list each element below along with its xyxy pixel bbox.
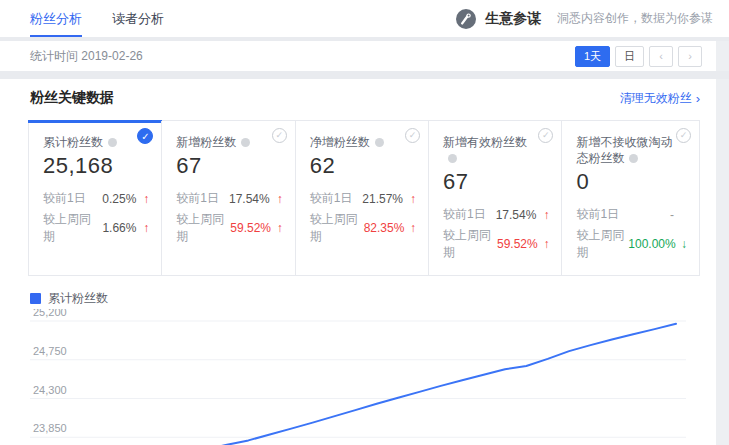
card-net-new-fans[interactable]: ✓ 净增粉丝数 62 较前1日 21.57% ↑ 较上周同期 82.35% ↑ [295,121,428,275]
legend-swatch-icon [30,293,41,304]
trend-up-icon: ↑ [136,221,149,235]
trend-label: 较上周同期 [176,211,230,245]
card-title: 新增有效粉丝数 [443,135,527,149]
clean-invalid-fans-link[interactable]: 清理无效粉丝 › [620,90,700,107]
card-value: 25,168 [43,153,149,179]
trend-value: 82.35% [364,221,405,235]
card-new-fans[interactable]: ✓ 新增粉丝数 67 较前1日 17.54% ↑ 较上周同期 59.52% ↑ [161,121,294,275]
tab-fan-analysis[interactable]: 粉丝分析 [30,0,82,37]
stat-time-toolbar: 统计时间 2019-02-26 1天 日 ‹ › [0,41,716,71]
trend-row: 较前1日 17.54% ↑ [176,190,282,207]
check-circle-icon[interactable]: ✓ [538,128,553,143]
trend-down-icon: ↓ [676,237,687,251]
trend-up-icon: ↑ [536,208,549,222]
top-nav-bar: 粉丝分析 读者分析 生意参谋 洞悉内容创作，数据为你参谋 [0,0,729,37]
svg-text:25,200: 25,200 [33,309,67,318]
trend-value: 59.52% [230,221,271,235]
trend-label: 较前1日 [443,206,486,223]
trend-label: 较前1日 [310,190,353,207]
card-value: 0 [576,169,687,195]
nav-tabs: 粉丝分析 读者分析 [30,0,164,37]
trend-value: 17.54% [496,208,537,222]
date-controls: 1天 日 ‹ › [575,46,702,67]
card-title: 累计粉丝数 [43,135,103,149]
separator [0,71,729,79]
prev-day-button[interactable]: ‹ [649,46,673,67]
fan-key-data-panel: 粉丝关键数据 清理无效粉丝 › ✓ 累计粉丝数 25,168 较前1日 0.25… [0,79,716,445]
trend-row: 较上周同期 59.52% ↑ [176,211,282,245]
trend-value: 0.25% [102,192,136,206]
trend-up-icon: ↑ [270,192,283,206]
card-value: 67 [443,169,549,195]
trend-row: 较前1日 17.54% ↑ [443,206,549,223]
trend-value: 17.54% [229,192,270,206]
check-circle-icon[interactable]: ✓ [676,128,691,143]
trend-value: - [670,208,674,222]
stat-time-text: 统计时间 2019-02-26 [30,48,143,65]
info-dot-icon[interactable] [448,154,457,163]
card-title: 净增粉丝数 [310,135,370,149]
info-dot-icon[interactable] [375,138,384,147]
trend-row: 较前1日 - [576,206,687,223]
card-title: 新增不接收微淘动态粉丝数 [576,135,672,165]
brand-slogan: 洞悉内容创作，数据为你参谋 [557,10,713,27]
next-day-button[interactable]: › [678,46,702,67]
trend-label: 较前1日 [176,190,219,207]
card-title: 新增粉丝数 [176,135,236,149]
legend-label: 累计粉丝数 [48,290,108,307]
trend-up-icon: ↑ [136,192,149,206]
info-dot-icon[interactable] [629,154,638,163]
svg-text:24,300: 24,300 [33,384,67,396]
stat-cards-row: ✓ 累计粉丝数 25,168 较前1日 0.25% ↑ 较上周同期 1.66% … [28,120,700,276]
trend-row: 较上周同期 82.35% ↑ [310,211,416,245]
stat-time-label: 统计时间 [30,49,78,63]
trend-up-icon: ↑ [403,192,416,206]
trend-row: 较上周同期 1.66% ↑ [43,211,149,245]
brand-area: 生意参谋 洞悉内容创作，数据为你参谋 [455,0,729,37]
sycm-logo-icon [455,8,477,30]
trend-up-icon: ↑ [538,237,550,251]
chart-legend: 累计粉丝数 [30,290,702,307]
info-dot-icon[interactable] [241,138,250,147]
card-total-fans[interactable]: ✓ 累计粉丝数 25,168 较前1日 0.25% ↑ 较上周同期 1.66% … [29,121,161,275]
card-new-no-weitao-fans[interactable]: ✓ 新增不接收微淘动态粉丝数 0 较前1日 - 较上周同期 100.00% ↓ [561,121,699,275]
check-circle-icon[interactable]: ✓ [405,128,420,143]
tab-reader-analysis[interactable]: 读者分析 [112,0,164,37]
range-1day-button[interactable]: 1天 [575,46,610,67]
svg-text:24,750: 24,750 [33,345,67,357]
info-dot-icon[interactable] [108,138,117,147]
check-circle-selected-icon[interactable]: ✓ [137,128,153,144]
day-picker-button[interactable]: 日 [615,46,644,67]
trend-label: 较上周同期 [310,211,364,245]
clean-link-label: 清理无效粉丝 [620,90,692,107]
trend-row: 较前1日 0.25% ↑ [43,190,149,207]
svg-text:23,850: 23,850 [33,422,67,434]
chevron-right-icon: › [696,91,700,106]
trend-label: 较上周同期 [43,211,102,245]
trend-row: 较上周同期 100.00% ↓ [576,227,687,261]
trend-label: 较前1日 [576,206,619,223]
section-title: 粉丝关键数据 [30,89,114,107]
stat-date-value: 2019-02-26 [81,49,142,63]
trend-label: 较上周同期 [443,227,497,261]
card-new-valid-fans[interactable]: ✓ 新增有效粉丝数 67 较前1日 17.54% ↑ 较上周同期 59.52% … [428,121,561,275]
trend-label: 较上周同期 [576,227,628,261]
trend-up-icon: ↑ [404,221,416,235]
check-circle-icon[interactable]: ✓ [272,128,287,143]
trend-value: 21.57% [362,192,403,206]
card-value: 67 [176,153,282,179]
trend-value: 100.00% [628,237,675,251]
trend-row: 较前1日 21.57% ↑ [310,190,416,207]
card-value: 62 [310,153,416,179]
trend-label: 较前1日 [43,190,86,207]
brand-name: 生意参谋 [485,10,541,28]
trend-row: 较上周同期 59.52% ↑ [443,227,549,261]
trend-up-icon: ↑ [271,221,283,235]
fans-trend-chart: 23,40023,85024,30024,75025,20001-2801-31… [14,309,702,445]
line-chart-canvas: 23,40023,85024,30024,75025,20001-2801-31… [14,309,702,445]
trend-value: 1.66% [102,221,136,235]
trend-value: 59.52% [497,237,538,251]
